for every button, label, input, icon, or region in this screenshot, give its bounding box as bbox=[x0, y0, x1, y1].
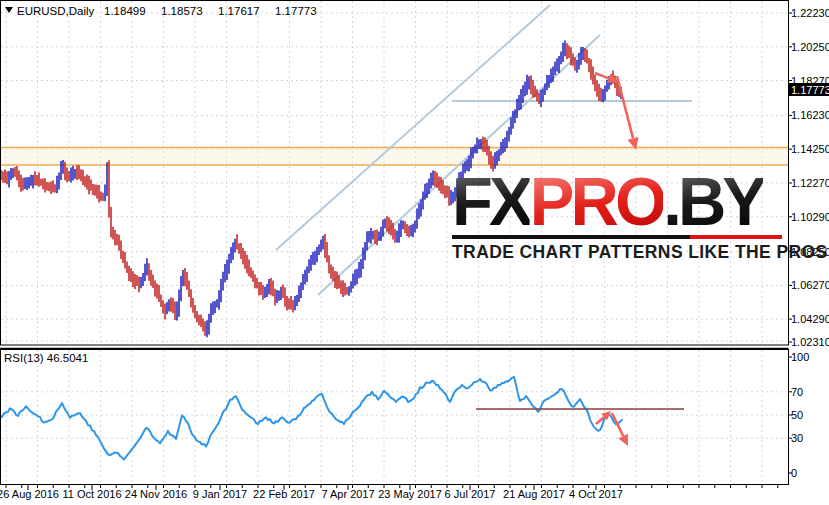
current-price-marker: 1.17773 bbox=[788, 83, 829, 96]
date-axis-label: 24 Nov 2016 bbox=[125, 488, 187, 500]
symbol-timeframe-label: EURUSD,Daily bbox=[17, 5, 95, 17]
price-axis-label: 1.22230 bbox=[791, 7, 829, 19]
rsi-axis-label: 100 bbox=[791, 351, 809, 363]
date-axis-label: 26 Aug 2016 bbox=[0, 488, 59, 500]
date-axis-label: 23 May 2017 bbox=[378, 488, 442, 500]
ohlc-high: 1.18573 bbox=[161, 5, 203, 17]
rsi-axis-label: 70 bbox=[791, 386, 803, 398]
date-axis-label: 4 Oct 2017 bbox=[569, 488, 623, 500]
price-axis-label: 1.12270 bbox=[791, 177, 829, 189]
price-axis-label: 1.02310 bbox=[791, 336, 829, 348]
rsi-pane-background[interactable] bbox=[0, 349, 788, 485]
rsi-axis-label: 30 bbox=[791, 432, 803, 444]
date-axis-label: 22 Feb 2017 bbox=[253, 488, 315, 500]
chart-canvas: 1.222301.202501.182701.162301.142501.122… bbox=[0, 0, 829, 505]
price-axis-label: 1.08250 bbox=[791, 246, 829, 258]
chart-window: 1.222301.202501.182701.162301.142501.122… bbox=[0, 0, 829, 505]
price-axis-label: 1.10290 bbox=[791, 211, 829, 223]
date-axis-label: 6 Jul 2017 bbox=[445, 488, 496, 500]
ohlc-open: 1.18499 bbox=[104, 5, 146, 17]
rsi-axis-label: 50 bbox=[791, 409, 803, 421]
date-axis-label: 21 Aug 2017 bbox=[503, 488, 565, 500]
date-axis-label: 9 Jan 2017 bbox=[193, 488, 247, 500]
price-axis-label: 1.06270 bbox=[791, 279, 829, 291]
ohlc-close: 1.17773 bbox=[275, 5, 317, 17]
price-axis-label: 1.20250 bbox=[791, 41, 829, 53]
rsi-axis-label: 0 bbox=[791, 467, 797, 479]
price-axis-label: 1.14250 bbox=[791, 143, 829, 155]
ohlc-low: 1.17617 bbox=[218, 5, 260, 17]
current-price-label: 1.17773 bbox=[791, 84, 829, 96]
resistance-band-fill bbox=[0, 148, 788, 166]
main-pane-background[interactable] bbox=[0, 0, 788, 345]
date-axis-label: 11 Oct 2016 bbox=[62, 488, 121, 500]
price-axis-label: 1.04290 bbox=[791, 313, 829, 325]
support-resistance-band bbox=[0, 148, 788, 166]
price-axis-label: 1.16230 bbox=[791, 109, 829, 121]
date-axis-label: 7 Apr 2017 bbox=[321, 488, 374, 500]
rsi-label: RSI(13) 46.5041 bbox=[4, 352, 88, 364]
